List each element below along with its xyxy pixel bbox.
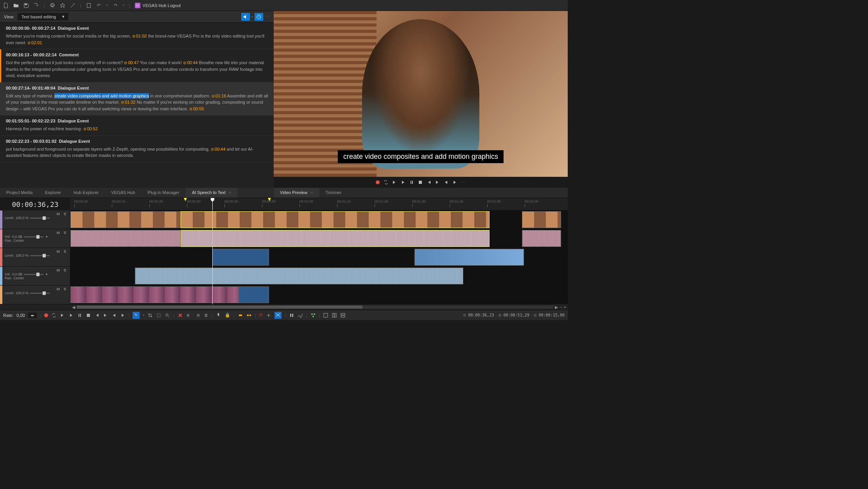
vol-slider[interactable] [24, 236, 43, 237]
tab-close-icon[interactable]: × [229, 190, 231, 195]
dropdown-icon[interactable]: ▾ [251, 15, 253, 18]
video-clip[interactable] [212, 249, 269, 266]
track-content[interactable] [70, 210, 568, 229]
tab-explorer[interactable]: Explorer [39, 188, 67, 198]
clipboard-icon[interactable] [86, 3, 91, 8]
track-content[interactable] [70, 267, 568, 285]
level-slider[interactable] [30, 218, 50, 219]
comment-event[interactable]: 00:00:16:13 - 00:00:22:14Comment Got the… [0, 49, 274, 83]
generate-icon[interactable] [310, 313, 316, 318]
hub-logout-button[interactable]: H VEGAS Hub Logout [135, 3, 181, 8]
level-slider[interactable] [30, 293, 50, 294]
layout-2-icon[interactable] [332, 313, 337, 318]
play-icon[interactable] [68, 313, 74, 318]
dropdown-icon[interactable]: ▾ [46, 272, 48, 276]
mute-solo-buttons[interactable]: M S [57, 212, 68, 216]
video-clip[interactable] [239, 286, 269, 303]
video-clip[interactable] [70, 286, 239, 303]
snap-offset-icon[interactable] [266, 313, 271, 318]
tab-close-icon[interactable]: × [310, 190, 313, 195]
go-end-icon[interactable] [103, 313, 108, 318]
layout-1-icon[interactable] [323, 313, 328, 318]
more-icon[interactable]: ⋯ [461, 180, 466, 185]
marker-icon[interactable] [216, 313, 222, 318]
audio-clip-selected[interactable] [181, 230, 490, 247]
more-options-icon[interactable]: ⋯ [265, 14, 270, 19]
star-icon[interactable] [60, 3, 65, 8]
timeline-ruler[interactable]: 00:00:00 00:00:10 00:00:20 00:00:30 00:0… [70, 198, 568, 210]
video-clip[interactable] [522, 211, 561, 228]
dialogue-event[interactable]: 00:02:22:23 - 00:03:01:02Dialogue Event … [0, 136, 274, 162]
rate-scrub[interactable]: ◂▸ [28, 313, 37, 318]
timecode-display[interactable]: 00:00:36,23 [0, 198, 70, 210]
tab-hub-explorer[interactable]: Hub Explorer [67, 188, 105, 198]
delete-icon[interactable] [178, 313, 183, 318]
mute-solo-buttons[interactable]: M S [57, 250, 68, 253]
video-clip[interactable] [70, 211, 181, 228]
play-start-icon[interactable] [392, 180, 397, 185]
track-content[interactable] [70, 286, 568, 304]
play-start-icon[interactable] [60, 313, 65, 318]
record-button[interactable] [44, 313, 48, 317]
loop-icon[interactable] [51, 313, 57, 318]
tab-video-preview[interactable]: Video Preview× [274, 188, 319, 198]
next-frame-icon[interactable] [452, 180, 457, 185]
ripple-icon[interactable] [246, 313, 252, 318]
lock-icon[interactable]: 🔒 [225, 313, 230, 318]
scroll-right-icon[interactable]: ▶ [555, 305, 558, 310]
zoom-out-icon[interactable]: − [560, 305, 562, 309]
export-icon[interactable] [34, 3, 39, 8]
zoom-in-icon[interactable]: + [564, 305, 566, 309]
wand-icon[interactable] [70, 3, 75, 8]
open-folder-icon[interactable] [13, 3, 19, 8]
pause-icon[interactable] [77, 313, 82, 318]
audio-clip[interactable] [135, 268, 463, 284]
fx-icon[interactable] [289, 313, 294, 318]
normal-edit-tool[interactable] [133, 312, 140, 319]
mute-solo-buttons[interactable]: M S [57, 287, 68, 291]
track-header[interactable]: M S Vol:0,0 dB▾ Pan:Center [0, 229, 70, 248]
highlighted-text[interactable]: create video composites and add motion g… [54, 93, 149, 99]
audio-clip[interactable] [522, 230, 561, 247]
tab-vegas-hub[interactable]: VEGAS Hub [105, 188, 141, 198]
selection-in-marker[interactable] [184, 198, 187, 201]
stop-icon[interactable] [418, 180, 423, 185]
prev-frame-icon[interactable] [444, 180, 448, 185]
record-button[interactable] [376, 180, 380, 184]
go-start-icon[interactable] [427, 180, 431, 185]
dropdown-icon[interactable]: ▾ [46, 235, 48, 239]
playhead[interactable] [212, 198, 213, 210]
track-header[interactable]: M S Level:100,0 % [0, 210, 70, 229]
automation-icon[interactable] [298, 313, 303, 318]
go-start-icon[interactable] [94, 313, 100, 318]
play-icon[interactable] [401, 180, 405, 185]
trim-end-icon[interactable] [195, 313, 200, 318]
mute-solo-buttons[interactable]: M S [57, 268, 68, 272]
scroll-left-icon[interactable]: ◀ [72, 305, 75, 310]
video-clip[interactable] [414, 249, 524, 266]
tab-project-media[interactable]: Project Media [0, 188, 39, 198]
zoom-tool-icon[interactable] [165, 313, 170, 318]
tab-ai-speech[interactable]: AI Speech to Text× [186, 188, 237, 198]
new-file-icon[interactable] [3, 3, 9, 8]
track-header[interactable]: M S Level:100,0 % [0, 248, 70, 266]
clock-mode-button[interactable] [255, 13, 263, 21]
view-mode-select[interactable]: Text based editing ▾ [18, 13, 68, 20]
next-frame-icon[interactable] [120, 313, 126, 318]
pause-icon[interactable] [409, 180, 414, 185]
track-content[interactable] [70, 248, 568, 266]
tab-plugin-manager[interactable]: Plug-In Manager [142, 188, 186, 198]
track-content[interactable] [70, 229, 568, 248]
redo-icon[interactable] [113, 3, 118, 8]
video-preview[interactable]: create video composites and add motion g… [274, 11, 568, 177]
split-icon[interactable] [203, 313, 209, 318]
audio-clip[interactable] [70, 230, 181, 247]
video-clip-selected[interactable] [181, 211, 490, 228]
dialogue-event[interactable]: 00:00:00:00- 00:00:27:14Dialogue Event W… [0, 23, 274, 49]
dialogue-event[interactable]: 00:01:55:01- 00:02:22:23Dialogue Event H… [0, 115, 274, 136]
dialogue-event-active[interactable]: 00:00:27:14- 00:01:49:04Dialogue Event E… [0, 83, 274, 116]
crop-tool-icon[interactable] [147, 313, 153, 318]
selection-tool-icon[interactable] [156, 313, 161, 318]
snap-icon[interactable]: ⊓ [259, 313, 263, 318]
trim-start-icon[interactable] [186, 313, 192, 318]
